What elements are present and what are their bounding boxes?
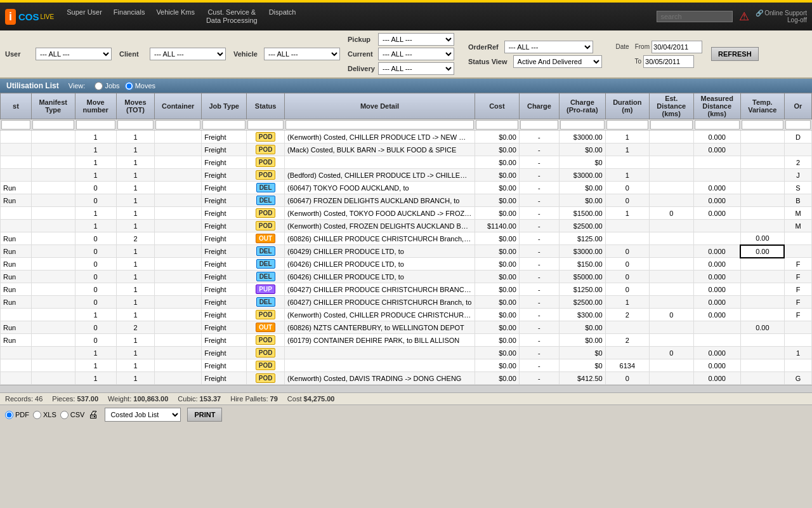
status-badge: POD <box>256 348 276 358</box>
table-cell: - <box>519 131 559 144</box>
filter-move-num[interactable] <box>76 120 115 130</box>
filter-container[interactable] <box>155 120 200 130</box>
delivery-label: Delivery <box>348 65 376 72</box>
filter-temp-var[interactable] <box>742 120 783 130</box>
pdf-option[interactable]: PDF <box>5 411 29 419</box>
table-cell <box>31 359 75 372</box>
table-cell: POD <box>247 372 285 385</box>
user-select[interactable]: --- ALL --- <box>36 48 112 60</box>
table-cell: D <box>784 131 811 144</box>
filter-job-type[interactable] <box>202 120 246 130</box>
filter-charge[interactable] <box>520 120 558 130</box>
table-cell: $0.00 <box>475 144 520 156</box>
filter-duration[interactable] <box>606 120 648 130</box>
table-cell: - <box>519 207 559 220</box>
nav-superuser[interactable]: Super User <box>67 8 102 25</box>
filter-or[interactable] <box>785 120 811 130</box>
table-cell: - <box>519 182 559 194</box>
horizontal-scrollbar[interactable] <box>0 385 812 392</box>
pickup-select[interactable]: --- ALL --- <box>378 33 454 46</box>
filter-meas-dist[interactable] <box>695 120 740 130</box>
client-select[interactable]: --- ALL --- <box>150 48 226 60</box>
view-jobs-option[interactable]: Jobs <box>95 82 119 90</box>
logo-cos: COS <box>18 11 39 22</box>
table-cell: 0 <box>605 271 649 283</box>
filter-moves-tot[interactable] <box>117 120 154 130</box>
delivery-select[interactable]: --- ALL --- <box>378 62 454 75</box>
print-type-select[interactable]: Costed Job List <box>105 408 181 422</box>
table-cell <box>784 144 811 156</box>
table-cell: Freight <box>202 334 247 347</box>
xls-option[interactable]: XLS <box>33 411 56 419</box>
table-cell <box>740 334 784 347</box>
table-cell <box>155 156 202 169</box>
utilisation-table: st ManifestType Movenumber Moves(TOT) Co… <box>0 93 812 385</box>
alert-icon[interactable]: ⚠ <box>739 10 749 23</box>
cubic-item: Cubic: 153.37 <box>178 395 221 403</box>
table-cell <box>31 245 75 258</box>
search-input[interactable] <box>657 11 733 22</box>
vehicle-filter-group: Vehicle --- ALL --- <box>233 48 340 60</box>
csv-label: CSV <box>70 411 85 418</box>
filter-move-detail[interactable] <box>285 120 474 130</box>
table-cell: Run <box>1 296 32 309</box>
table-cell: 1 <box>605 296 649 309</box>
refresh-button[interactable]: REFRESH <box>711 47 759 61</box>
csv-radio[interactable] <box>60 411 69 419</box>
filter-est-dist[interactable] <box>650 120 693 130</box>
vehicle-select[interactable]: --- ALL --- <box>264 48 340 60</box>
filter-charge-pro[interactable] <box>560 120 605 130</box>
table-cell: $0.00 <box>475 309 520 321</box>
table-cell: 1 <box>75 144 116 156</box>
table-cell: 1 <box>116 271 154 283</box>
client-filter-group: Client --- ALL --- <box>119 48 226 60</box>
user-label: User <box>5 50 34 58</box>
table-row: Run01FreightDEL(60426) CHILLER PRODUCE L… <box>1 258 812 271</box>
filter-cost[interactable] <box>476 120 518 130</box>
table-cell <box>649 182 693 194</box>
table-cell: POD <box>247 309 285 321</box>
table-cell: 0 <box>649 207 693 220</box>
table-cell: - <box>519 194 559 207</box>
current-select[interactable]: --- ALL --- <box>378 48 454 60</box>
logoff-link[interactable]: Log-off <box>787 17 807 23</box>
xls-radio[interactable] <box>33 411 41 419</box>
table-cell: 1 <box>75 156 116 169</box>
csv-option[interactable]: CSV <box>60 411 85 419</box>
nav-custservice[interactable]: Cust. Service &Data Processing <box>206 8 258 25</box>
table-cell: Run <box>1 283 32 296</box>
table-cell: 1 <box>75 359 116 372</box>
table-cell <box>649 258 693 271</box>
table-cell <box>31 207 75 220</box>
table-cell <box>740 296 784 309</box>
filter-status[interactable] <box>247 120 284 130</box>
nav-financials[interactable]: Financials <box>114 8 145 25</box>
table-cell: 0 <box>605 258 649 271</box>
filter-manifest[interactable] <box>32 120 74 130</box>
table-cell: 0 <box>649 309 693 321</box>
table-cell: (Kenworth) Costed, DAVIS TRADING -> DONG… <box>285 372 475 385</box>
nav-dispatch[interactable]: Dispatch <box>269 8 296 25</box>
date-to-input[interactable] <box>643 55 694 68</box>
view-moves-option[interactable]: Moves <box>125 82 155 90</box>
date-from-label: From <box>635 43 650 50</box>
orderref-select[interactable]: --- ALL --- <box>504 41 593 53</box>
status-badge: POD <box>256 132 276 142</box>
table-cell: (60426) CHILLER PRODUCE LTD, to <box>285 258 475 271</box>
table-cell: $0.00 <box>475 232 520 245</box>
table-cell: $412.50 <box>560 372 606 385</box>
table-cell: 1 <box>605 131 649 144</box>
pdf-radio[interactable] <box>5 411 13 419</box>
table-cell: $3000.00 <box>560 169 606 182</box>
table-cell <box>155 296 202 309</box>
online-support-link[interactable]: 🔗 Online Support <box>756 10 808 17</box>
nav-vehiclekms[interactable]: Vehicle Kms <box>156 8 195 25</box>
table-cell: (60426) CHILLER PRODUCE LTD, to <box>285 271 475 283</box>
statusview-select[interactable]: Active And Delivered <box>513 55 602 68</box>
table-cell: POD <box>247 220 285 232</box>
print-button[interactable]: PRINT <box>187 408 222 422</box>
table-cell: - <box>519 347 559 359</box>
filter-st[interactable] <box>1 120 30 130</box>
table-cell: J <box>784 169 811 182</box>
date-from-input[interactable] <box>652 41 702 53</box>
